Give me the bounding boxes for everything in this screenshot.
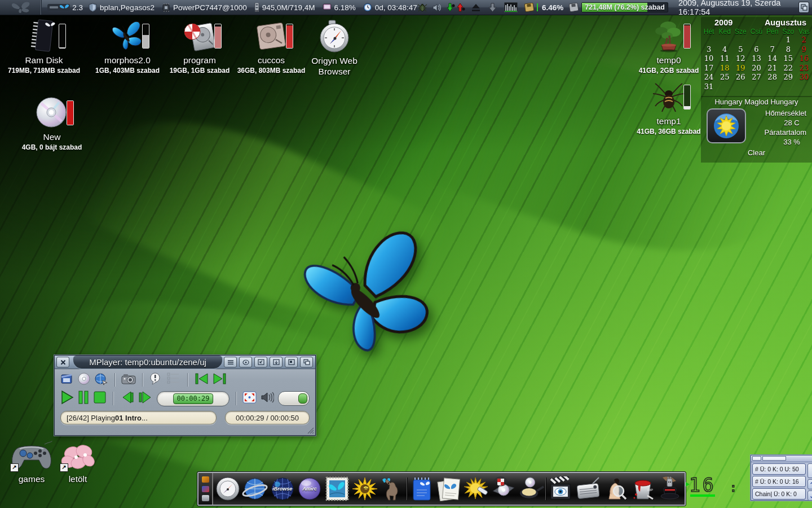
desktop-icon-cuccos[interactable]: cuccos 36GB, 803MB szabad (235, 18, 308, 75)
step-back-button[interactable] (120, 391, 134, 406)
desktop-icon-program[interactable]: program 19GB, 1GB szabad (165, 18, 235, 75)
fullscreen-button[interactable] (242, 391, 257, 406)
calendar-day: 5 (732, 45, 748, 55)
iconify-gadget-button[interactable] (270, 357, 283, 367)
dock-icon-sunflower-mail[interactable] (352, 476, 378, 502)
scrollbar-slider[interactable] (807, 463, 812, 478)
open-stream-button[interactable] (95, 373, 108, 387)
shade-gadget-button[interactable] (224, 357, 237, 367)
zoom-gadget-button[interactable] (285, 357, 298, 367)
mplayer-titlebar[interactable]: MPlayer: temp0:ubuntu/zene/uj (55, 356, 315, 369)
scroll-up-button[interactable]: ⌃ (807, 479, 812, 489)
window-title: MPlayer: temp0:ubuntu/zene/uj (73, 356, 223, 369)
seek-bar[interactable]: 00:00:29 (157, 391, 230, 406)
play-button[interactable] (60, 390, 74, 407)
dock-icon-cd-frier-pan[interactable] (518, 476, 544, 502)
calendar-dayname: Csü (748, 28, 764, 36)
open-file-button[interactable] (60, 373, 74, 387)
zip-gadget-button[interactable] (254, 357, 267, 367)
mini-dock-icon-3[interactable] (202, 495, 209, 501)
compass-icon (317, 19, 351, 53)
dock-icon-paint-bucket[interactable]: RIP (630, 476, 656, 502)
desktop-icon-temp0[interactable]: temp0 41GB, 2GB szabad (638, 18, 699, 75)
playlist-button[interactable] (166, 373, 181, 387)
irc-titlebar[interactable] (751, 456, 812, 462)
bug-tray-icon[interactable] (417, 3, 427, 12)
stop-button[interactable] (93, 390, 107, 407)
desktop-icon-temp1[interactable]: temp1 41GB, 36GB szabad (635, 79, 703, 135)
previous-track-button[interactable] (194, 373, 209, 387)
dock-icon-cd-burner[interactable] (491, 476, 517, 502)
irc-scrollbar[interactable]: ⌃ ⌄ (807, 462, 812, 501)
calendar-day: 16 (796, 54, 812, 64)
dock-icon-notepad[interactable] (408, 476, 434, 502)
snapshot-button[interactable] (121, 373, 136, 387)
ambient-menu-button[interactable] (0, 0, 42, 15)
depth-gadget-button[interactable] (300, 357, 313, 367)
weather-temp-label: Hőmérséklet (746, 108, 806, 118)
dock-icon-owb-compass[interactable] (215, 476, 241, 502)
dock-icon-gold-sun-paint[interactable] (464, 476, 489, 502)
icon-info: 719MB, 718MB szabad (5, 67, 83, 75)
download-arrow-icon[interactable] (488, 3, 497, 12)
mini-dock-icon-1[interactable] (202, 476, 209, 483)
eye-gadget-button[interactable] (239, 357, 252, 367)
open-disc-button[interactable] (78, 373, 91, 387)
mplayer-window[interactable]: MPlayer: temp0:ubuntu/zene/uj 00:00:29 (54, 355, 316, 436)
dock-icon-emule-donkey[interactable] (379, 476, 405, 502)
dock-icon-video-clapper[interactable] (548, 476, 573, 502)
desktop-icon-ramdisk[interactable]: Ram Disk 719MB, 718MB szabad (5, 18, 83, 75)
calendar-day: 18 (717, 64, 732, 73)
sun-weather-icon (713, 112, 740, 139)
menubar: 2.3 bplan,Pegasos2 PowerPC7447@1000 945,… (0, 0, 812, 15)
weather-temp-value: 28 C (746, 118, 806, 128)
dock-icon-image-viewer[interactable] (602, 476, 628, 502)
weather-icon-frame (707, 108, 746, 143)
desktop-icon-letolt[interactable]: ↗ letölt (55, 440, 100, 484)
dock-icon-documents[interactable] (436, 476, 462, 502)
calendar-day: 11 (717, 54, 732, 64)
next-track-button[interactable] (213, 373, 227, 387)
calendar-year: 2009 (714, 18, 732, 27)
desktop-icon-morphos[interactable]: morphos2.0 1GB, 403MB szabad (88, 18, 167, 75)
desktop-icon-new[interactable]: New 4GB, 0 bájt szabad (18, 95, 86, 151)
desktop-icon-games[interactable]: ↗ games (6, 440, 58, 484)
step-forward-button[interactable] (138, 391, 153, 406)
morphos-butterfly-icon (11, 2, 30, 13)
volume-slider[interactable] (278, 391, 310, 406)
dock-icon-mail-stamp[interactable] (324, 476, 350, 502)
eject-icon[interactable] (471, 3, 481, 12)
dock-icon-radio[interactable] (575, 476, 601, 502)
volume-knob[interactable] (298, 393, 307, 404)
speaker-tray-icon[interactable] (433, 3, 442, 12)
irc-channel-button[interactable]: # Ü: 0 K: 0 U: 50 (752, 463, 806, 475)
irc-channel-panel[interactable]: # Ü: 0 K: 0 U: 50# Ü: 0 K: 0 U: 16Chain|… (751, 455, 812, 501)
irc-gadget[interactable] (762, 456, 786, 461)
disk-icon (569, 3, 579, 12)
dock-icon-amirc-sphere[interactable]: Amirc (297, 476, 323, 502)
depth-gadget-button[interactable] (798, 2, 809, 13)
irc-channel-button[interactable]: # Ü: 0 K: 0 U: 16 (752, 476, 806, 487)
morphos-logo-badge (47, 3, 70, 11)
irc-gadget[interactable] (752, 456, 761, 461)
icon-label: temp0 (638, 55, 699, 65)
cpu-chip-icon (162, 3, 170, 12)
irc-channel-button[interactable]: Chain| Ü: 0 K: 0 (752, 488, 806, 500)
calendar-day (780, 82, 796, 92)
mute-button[interactable] (261, 391, 274, 406)
calendar-day (748, 82, 764, 92)
dock-icon-magic-hat[interactable] (657, 476, 683, 502)
mini-dock-icon-2[interactable] (202, 486, 209, 492)
close-button[interactable] (56, 357, 69, 367)
calendar-day: 26 (732, 73, 748, 82)
dock-icon-voyager-globe[interactable] (242, 476, 268, 502)
icon-info: 4GB, 0 bájt szabad (18, 143, 86, 151)
desktop-icon-owb[interactable]: Origyn Web Browser (307, 18, 362, 77)
butterfly-volume-icon (110, 19, 145, 53)
pause-button[interactable] (78, 390, 89, 407)
dock-icon-ibrowse-globe[interactable]: iBrowse (270, 476, 295, 502)
calendar-day: 9 (796, 45, 812, 55)
info-button[interactable] (149, 373, 162, 387)
scroll-down-button[interactable]: ⌄ (807, 491, 812, 501)
resize-handle[interactable] (307, 427, 314, 434)
